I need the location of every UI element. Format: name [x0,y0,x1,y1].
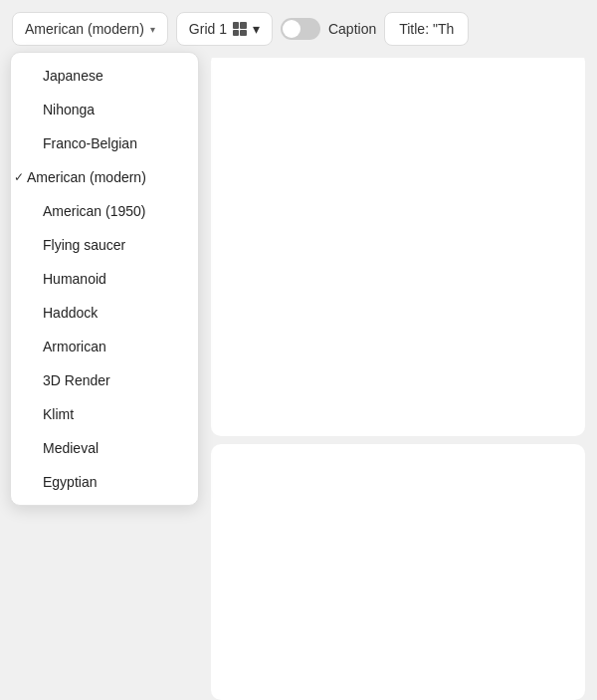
dropdown-item-3d-render[interactable]: 3D Render [11,363,198,397]
grid-dropdown-label: Grid 1 [189,21,227,37]
dropdown-item-label: American (modern) [27,169,146,185]
dropdown-item-nihonga[interactable]: Nihonga [11,93,198,126]
dropdown-item-label: Medieval [43,440,99,456]
dropdown-item-label: 3D Render [43,372,110,388]
caption-label: Caption [328,21,376,37]
dropdown-item-flying-saucer[interactable]: Flying saucer [11,228,198,262]
toolbar: American (modern) ▾ Grid 1 ▾ Caption Tit… [0,0,597,58]
dropdown-item-label: Klimt [43,406,74,422]
style-dropdown-label: American (modern) [25,21,144,37]
dropdown-item-label: Japanese [43,68,103,84]
dropdown-item-japanese[interactable]: Japanese [11,59,198,93]
dropdown-item-label: Franco-Belgian [43,135,137,151]
dropdown-item-american-modern[interactable]: ✓American (modern) [11,160,198,194]
caption-toggle-wrapper: Caption [281,18,376,40]
dropdown-item-label: Flying saucer [43,237,125,253]
grid-icon [233,22,247,36]
dropdown-item-label: Armorican [43,339,106,354]
dropdown-item-klimt[interactable]: Klimt [11,397,198,431]
dropdown-item-armorican[interactable]: Armorican [11,330,198,363]
content-card-2 [211,444,585,700]
style-dropdown-menu: JapaneseNihongaFranco-Belgian✓American (… [10,52,199,506]
title-label: Title: "Th [399,21,454,37]
dropdown-item-american-1950[interactable]: American (1950) [11,194,198,228]
chevron-down-icon: ▾ [150,24,155,35]
grid-dropdown-button[interactable]: Grid 1 ▾ [176,12,273,46]
dropdown-item-medieval[interactable]: Medieval [11,431,198,465]
caption-toggle[interactable] [281,18,320,40]
dropdown-item-egyptian[interactable]: Egyptian [11,465,198,499]
main-content [199,52,597,700]
content-card-1 [211,52,585,436]
dropdown-item-label: Humanoid [43,271,106,287]
dropdown-item-haddock[interactable]: Haddock [11,296,198,330]
dropdown-item-label: Nihonga [43,102,95,117]
dropdown-item-label: Egyptian [43,474,97,490]
check-icon: ✓ [11,170,27,184]
dropdown-item-label: American (1950) [43,203,146,219]
chevron-down-icon-grid: ▾ [253,21,260,37]
dropdown-item-humanoid[interactable]: Humanoid [11,262,198,296]
style-dropdown-button[interactable]: American (modern) ▾ [12,12,168,46]
title-button[interactable]: Title: "Th [384,12,469,46]
dropdown-item-franco-belgian[interactable]: Franco-Belgian [11,126,198,160]
dropdown-item-label: Haddock [43,305,98,321]
card-panel [211,52,585,700]
